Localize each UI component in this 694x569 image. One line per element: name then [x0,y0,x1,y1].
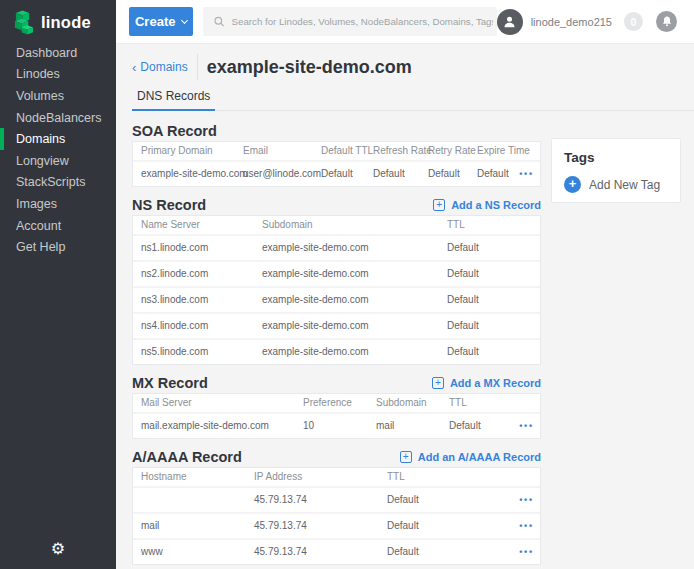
row-actions-menu-button[interactable]: ••• [519,414,534,438]
section-title-ns: NS Record [132,198,206,212]
row-actions-menu-button[interactable]: ••• [519,540,534,564]
breadcrumb-back-label: Domains [140,60,187,74]
main-area: Create linode_demo215 0 [116,0,694,569]
search-input[interactable] [232,16,493,27]
sidebar-item-longview[interactable]: Longview [0,150,116,172]
breadcrumb-divider [197,54,198,80]
table-cell: Default [447,288,479,312]
table-cell: ns2.linode.com [141,262,208,286]
section-title-a: A/AAAA Record [132,450,242,464]
section-head-soa: SOA Record [132,124,541,138]
sidebar-item-volumes[interactable]: Volumes [0,85,116,107]
tab-dns-records[interactable]: DNS Records [132,88,215,111]
tabs: DNS Records [132,86,694,111]
right-column: Tags + Add New Tag [551,138,681,565]
record-table-soa: Primary DomainEmailDefault TTLRefresh Ra… [132,141,541,187]
create-button[interactable]: Create [129,7,193,36]
column-header: Subdomain [376,394,427,412]
linode-logo-icon [13,10,35,35]
sidebar-item-stackscripts[interactable]: StackScripts [0,172,116,194]
sidebar: linode DashboardLinodesVolumesNodeBalanc… [0,0,116,569]
sidebar-item-nodebalancers[interactable]: NodeBalancers [0,107,116,129]
bell-icon [661,15,673,28]
table-header-row: Primary DomainEmailDefault TTLRefresh Ra… [133,142,540,162]
notification-count-badge[interactable]: 0 [624,12,643,31]
sidebar-nav: DashboardLinodesVolumesNodeBalancersDoma… [0,42,116,258]
table-cell: Default [447,314,479,338]
table-cell: ns4.linode.com [141,314,208,338]
section-head-a: A/AAAA Record+Add an A/AAAA Record [132,450,541,464]
search-bar [203,7,496,36]
add-new-tag-label: Add New Tag [589,178,660,192]
add-record-link-ns[interactable]: +Add a NS Record [433,198,541,212]
table-row: ns2.linode.comexample-site-demo.comDefau… [133,262,540,288]
column-header: Preference [303,394,352,412]
column-header: IP Address [254,468,302,486]
row-actions-menu-button[interactable]: ••• [519,488,534,512]
tags-panel-title: Tags [564,150,668,165]
avatar[interactable] [497,9,523,35]
notifications-bell-button[interactable] [656,11,677,32]
columns: SOA RecordPrimary DomainEmailDefault TTL… [132,111,694,565]
table-cell: 10 [303,414,314,438]
sidebar-item-account[interactable]: Account [0,215,116,237]
table-cell: Default [428,162,460,186]
table-cell: Default [321,162,353,186]
table-cell: example-site-demo.com [262,288,369,312]
table-cell: Default [387,514,419,538]
table-cell: ns5.linode.com [141,340,208,364]
add-record-link-mx[interactable]: +Add a MX Record [432,376,541,390]
table-cell: Default [387,540,419,564]
row-actions-menu-button[interactable]: ••• [519,514,534,538]
section-title-soa: SOA Record [132,124,217,138]
record-table-ns: Name ServerSubdomainTTLns1.linode.comexa… [132,215,541,365]
sidebar-item-dashboard[interactable]: Dashboard [0,42,116,64]
chevron-down-icon [181,16,188,23]
table-cell: example-site-demo.com [262,236,369,260]
column-header: Subdomain [262,216,313,234]
plus-circle-icon: + [564,176,581,193]
table-cell: ns1.linode.com [141,236,208,260]
sidebar-item-linodes[interactable]: Linodes [0,64,116,86]
record-sections: SOA RecordPrimary DomainEmailDefault TTL… [132,111,541,565]
table-row: ns4.linode.comexample-site-demo.comDefau… [133,314,540,340]
table-cell: 45.79.13.74 [254,514,307,538]
table-row: ns1.linode.comexample-site-demo.comDefau… [133,236,540,262]
logo[interactable]: linode [0,0,116,44]
column-header: Default TTL [321,142,373,160]
plus-square-icon: + [432,377,444,389]
table-cell: Default [447,262,479,286]
add-new-tag-button[interactable]: + Add New Tag [564,176,668,193]
column-header: Email [243,142,268,160]
record-table-mx: Mail ServerPreferenceSubdomainTTLmail.ex… [132,393,541,439]
breadcrumb-back-link[interactable]: ‹ Domains [132,60,188,74]
table-cell: Default [477,162,509,186]
column-header: Retry Rate [428,142,476,160]
sidebar-item-domains[interactable]: Domains [0,128,116,150]
table-cell: Default [373,162,405,186]
create-button-label: Create [135,14,175,29]
table-cell: user@linode.com [243,162,321,186]
column-header: TTL [447,216,465,234]
brand-name: linode [41,13,91,32]
table-cell: example-site-demo.com [262,314,369,338]
table-header-row: Name ServerSubdomainTTL [133,216,540,236]
plus-square-icon: + [400,451,412,463]
add-record-link-a[interactable]: +Add an A/AAAA Record [400,450,541,464]
add-record-label: Add a NS Record [451,198,541,212]
table-row: www45.79.13.74Default••• [133,540,540,564]
page-title: example-site-demo.com [207,57,412,78]
table-cell: Default [447,340,479,364]
app: linode DashboardLinodesVolumesNodeBalanc… [0,0,694,569]
column-header: Expire Time [477,142,530,160]
sidebar-item-images[interactable]: Images [0,193,116,215]
sidebar-item-get-help[interactable]: Get Help [0,236,116,258]
table-cell: Default [447,236,479,260]
table-cell: mail.example-site-demo.com [141,414,269,438]
username[interactable]: linode_demo215 [531,16,612,28]
table-cell: example-site-demo.com [141,162,248,186]
row-actions-menu-button[interactable]: ••• [519,162,534,186]
user-cluster: linode_demo215 0 [497,9,677,35]
section-head-ns: NS Record+Add a NS Record [132,198,541,212]
settings-gear-icon[interactable]: ⚙ [0,539,116,558]
